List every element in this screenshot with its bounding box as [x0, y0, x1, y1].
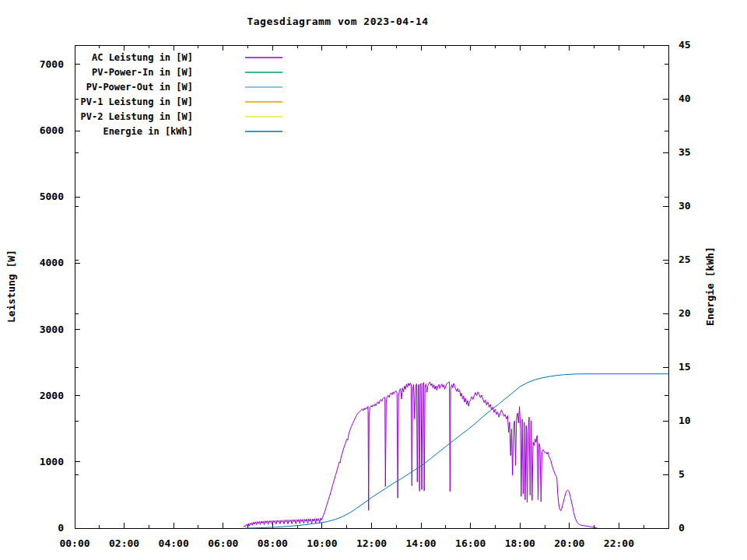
legend-item-label: PV-2 Leistung in [W] — [81, 111, 194, 122]
y1-tick-label: 0 — [58, 522, 64, 534]
series-ac-leistung-in-w — [244, 382, 597, 528]
y2-tick-label: 45 — [679, 39, 691, 51]
legend-item-label: PV-1 Leistung in [W] — [81, 96, 194, 107]
x-tick-label: 12:00 — [356, 537, 387, 549]
y2-tick-label: 40 — [679, 93, 691, 104]
legend-item-label: PV-Power-In in [W] — [92, 67, 193, 78]
series-energie-in-kwh — [245, 374, 668, 528]
y1-tick-label: 2000 — [40, 390, 64, 401]
legend-item: PV-Power-In in [W] — [92, 67, 282, 78]
legend-item: PV-1 Leistung in [W] — [81, 96, 283, 107]
y2-tick-label: 20 — [679, 307, 691, 319]
y2-tick-label: 30 — [679, 200, 691, 212]
chart-canvas: 00:0002:0004:0006:0008:0010:0012:0014:00… — [0, 0, 747, 560]
y2-tick-label: 5 — [679, 468, 685, 480]
y1-tick-label: 7000 — [40, 58, 64, 70]
legend-item: PV-Power-Out in [W] — [86, 82, 282, 93]
x-tick-label: 18:00 — [505, 537, 535, 549]
y1-tick-label: 4000 — [40, 257, 64, 268]
legend-item-label: Energie in [kWh] — [103, 126, 193, 137]
legend-item-label: PV-Power-Out in [W] — [86, 82, 193, 93]
x-tick-label: 04:00 — [159, 537, 189, 549]
y1-tick-label: 6000 — [40, 124, 64, 136]
legend-item: PV-2 Leistung in [W] — [81, 111, 283, 122]
x-tick-label: 06:00 — [208, 537, 238, 549]
x-tick-label: 14:00 — [406, 537, 437, 549]
x-tick-label: 00:00 — [59, 537, 89, 549]
legend-item: Energie in [kWh] — [103, 126, 282, 137]
y1-tick-label: 5000 — [40, 191, 64, 202]
y2-tick-label: 0 — [679, 522, 685, 534]
x-tick-label: 16:00 — [455, 537, 486, 549]
x-tick-label: 20:00 — [554, 537, 584, 549]
x-tick-label: 02:00 — [109, 537, 139, 549]
y2-tick-label: 35 — [679, 146, 691, 158]
tagesdiagramm-chart: Tagesdiagramm vom 2023-04-14 Leistung [W… — [0, 0, 747, 560]
y2-tick-label: 15 — [679, 361, 691, 373]
legend-item-label: AC Leistung in [W] — [92, 52, 193, 63]
legend-item: AC Leistung in [W] — [92, 52, 282, 63]
y2-tick-label: 10 — [679, 415, 691, 426]
y2-tick-label: 25 — [679, 254, 691, 265]
y1-tick-label: 3000 — [40, 324, 64, 335]
x-tick-label: 22:00 — [604, 537, 634, 549]
y1-tick-label: 1000 — [40, 456, 64, 467]
x-tick-label: 08:00 — [258, 537, 288, 549]
x-tick-label: 10:00 — [307, 537, 337, 549]
legend: AC Leistung in [W]PV-Power-In in [W]PV-P… — [81, 52, 283, 137]
